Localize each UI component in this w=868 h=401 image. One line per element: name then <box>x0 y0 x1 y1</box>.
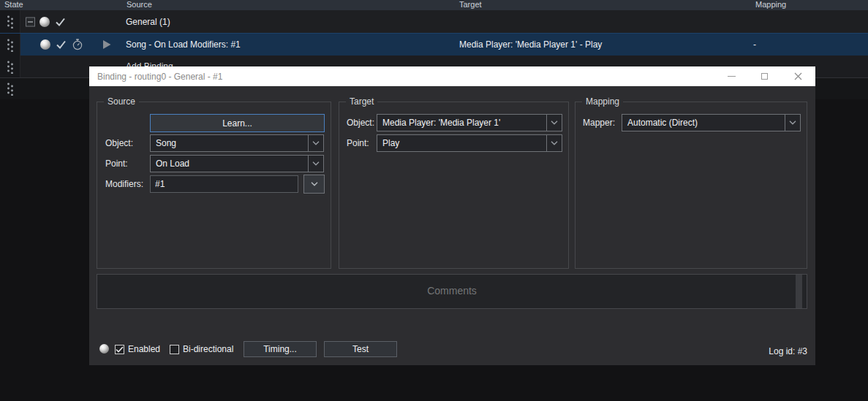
target-object-select[interactable]: Media Player: 'Media Player 1' <box>377 114 562 131</box>
source-modifiers-dropdown-button[interactable] <box>303 175 325 194</box>
enabled-checkbox-row: Enabled <box>115 344 160 354</box>
target-object-label: Object: <box>347 114 374 131</box>
source-object-label: Object: <box>105 134 133 152</box>
bidirectional-checkbox-label: Bi-directional <box>183 344 233 354</box>
target-point-select[interactable]: Play <box>377 134 562 152</box>
table-column-header: State Source Target Mapping <box>0 0 868 10</box>
dialog-title: Binding - routing0 - General - #1 <box>89 72 222 82</box>
mapping-groupbox: Mapping Mapper: Automatic (Direct) <box>575 102 807 269</box>
source-modifiers-input[interactable] <box>150 175 298 193</box>
close-icon <box>794 72 802 80</box>
enabled-check-icon <box>55 17 66 26</box>
column-header-state[interactable]: State <box>0 0 122 10</box>
minimize-button[interactable] <box>720 66 742 86</box>
binding-dialog: Binding - routing0 - General - #1 Source… <box>89 66 815 365</box>
comments-scrollbar[interactable] <box>796 275 802 308</box>
column-header-target[interactable]: Target <box>455 0 751 10</box>
enabled-checkbox-label: Enabled <box>128 344 160 354</box>
state-led-indicator <box>40 39 50 50</box>
source-point-value: On Load <box>151 156 308 172</box>
grip-dots-icon <box>7 60 14 74</box>
maximize-icon <box>761 73 768 80</box>
minimize-icon <box>728 76 736 77</box>
source-object-select[interactable]: Song <box>150 134 324 152</box>
source-groupbox: Source Learn... Object: Song Point: On L… <box>97 102 331 269</box>
target-point-label: Point: <box>347 134 369 152</box>
timing-stopwatch-icon <box>72 39 83 51</box>
mapper-label: Mapper: <box>583 114 615 131</box>
chevron-down-icon <box>311 182 318 186</box>
source-modifiers-label: Modifiers: <box>105 175 143 193</box>
binding-status-led <box>99 344 109 354</box>
check-icon <box>116 346 124 353</box>
drag-handle[interactable] <box>0 56 20 77</box>
log-id-text: Log id: #3 <box>769 346 807 356</box>
target-point-value: Play <box>377 135 546 151</box>
play-icon <box>102 39 112 50</box>
chevron-down-icon <box>785 115 800 131</box>
mapping-legend: Mapping <box>582 96 623 107</box>
drag-handle[interactable] <box>0 34 20 56</box>
mapper-value: Automatic (Direct) <box>622 115 785 131</box>
enabled-check-icon <box>56 40 67 50</box>
group-row-label: General (1) <box>126 17 170 27</box>
dialog-titlebar[interactable]: Binding - routing0 - General - #1 <box>89 66 815 86</box>
chevron-down-icon <box>546 135 562 151</box>
chevron-down-icon <box>546 115 562 131</box>
column-header-source[interactable]: Source <box>122 0 455 10</box>
bidirectional-checkbox-row: Bi-directional <box>170 344 233 354</box>
group-row-general[interactable]: General (1) <box>0 10 868 33</box>
timing-button[interactable]: Timing... <box>244 341 317 357</box>
source-legend: Source <box>104 96 139 107</box>
comments-textarea[interactable] <box>97 274 807 309</box>
binding-mapping-text: - <box>753 39 756 50</box>
source-object-value: Song <box>151 135 308 151</box>
bidirectional-checkbox[interactable] <box>170 345 179 354</box>
source-point-label: Point: <box>105 155 128 172</box>
chevron-down-icon <box>308 135 323 151</box>
play-button[interactable] <box>102 39 112 50</box>
enabled-checkbox[interactable] <box>115 345 124 354</box>
close-button[interactable] <box>787 66 809 86</box>
learn-button[interactable]: Learn... <box>150 114 325 132</box>
chevron-down-icon <box>308 156 323 172</box>
test-button[interactable]: Test <box>324 341 397 357</box>
grip-dots-icon <box>7 15 14 28</box>
grip-dots-icon <box>7 82 14 96</box>
target-object-value: Media Player: 'Media Player 1' <box>377 115 546 131</box>
binding-target-text: Media Player: 'Media Player 1' - Play <box>459 39 602 50</box>
drag-handle[interactable] <box>0 10 20 33</box>
binding-source-text: Song - On Load Modifiers: #1 <box>126 39 241 50</box>
dialog-body: Source Learn... Object: Song Point: On L… <box>89 86 815 365</box>
comments-container <box>97 274 807 309</box>
maximize-button[interactable] <box>753 66 775 86</box>
source-point-select[interactable]: On Load <box>150 155 324 172</box>
drag-handle[interactable] <box>0 78 20 99</box>
target-legend: Target <box>346 96 377 107</box>
mapper-select[interactable]: Automatic (Direct) <box>622 114 801 131</box>
grip-dots-icon <box>7 38 14 52</box>
column-header-mapping[interactable]: Mapping <box>751 0 868 10</box>
target-groupbox: Target Object: Media Player: 'Media Play… <box>339 102 569 269</box>
state-led-indicator <box>39 17 50 27</box>
collapse-toggle[interactable] <box>26 17 35 26</box>
binding-row-selected[interactable]: Song - On Load Modifiers: #1 Media Playe… <box>0 33 868 56</box>
